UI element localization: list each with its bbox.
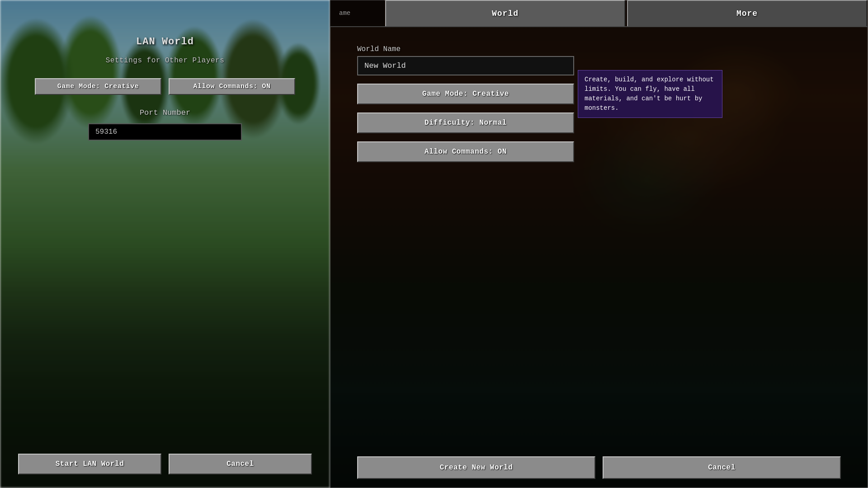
tab-world-label: World bbox=[492, 9, 519, 18]
world-name-field: World Name bbox=[357, 45, 841, 75]
world-name-label: World Name bbox=[357, 45, 841, 53]
difficulty-wrapper: Difficulty: Normal bbox=[357, 113, 574, 133]
game-mode-button[interactable]: Game Mode: Creative bbox=[35, 78, 161, 95]
tab-spacer: ame bbox=[330, 0, 384, 26]
settings-subtitle: Settings for Other Players bbox=[106, 56, 225, 65]
port-input[interactable] bbox=[88, 123, 242, 141]
world-name-input[interactable] bbox=[357, 56, 574, 75]
tab-world[interactable]: World bbox=[385, 0, 625, 26]
tabs-bar: ame World More bbox=[330, 0, 868, 27]
tab-game-partial: ame bbox=[339, 9, 350, 17]
tab-more[interactable]: More bbox=[627, 0, 867, 26]
start-lan-world-button[interactable]: Start LAN World bbox=[18, 454, 161, 474]
game-mode-wrapper: Game Mode: Creative Create, build, and e… bbox=[357, 84, 574, 104]
allow-commands-button[interactable]: Allow Commands: ON bbox=[169, 78, 295, 95]
port-label: Port Number bbox=[140, 108, 190, 117]
tooltip-text: Create, build, and explore without limit… bbox=[585, 76, 714, 112]
create-world-button[interactable]: Create New World bbox=[357, 456, 595, 479]
left-panel: LAN World Settings for Other Players Gam… bbox=[0, 0, 330, 488]
tab-more-label: More bbox=[736, 9, 758, 18]
right-content: ame World More World Name Game Mode: Cre… bbox=[330, 0, 868, 488]
world-form: World Name Game Mode: Creative Create, b… bbox=[330, 27, 868, 447]
game-mode-tooltip: Create, build, and explore without limit… bbox=[578, 70, 722, 118]
right-panel: ame World More World Name Game Mode: Cre… bbox=[330, 0, 868, 488]
right-bottom-buttons: Create New World Cancel bbox=[330, 447, 868, 488]
difficulty-button[interactable]: Difficulty: Normal bbox=[357, 113, 574, 133]
allow-commands-wrapper: Allow Commands: ON bbox=[357, 141, 574, 162]
left-cancel-button[interactable]: Cancel bbox=[169, 454, 312, 474]
game-settings-row: Game Mode: Creative Allow Commands: ON bbox=[18, 78, 312, 95]
lan-world-title: LAN World bbox=[136, 36, 194, 47]
right-allow-commands-button[interactable]: Allow Commands: ON bbox=[357, 141, 574, 162]
right-cancel-button[interactable]: Cancel bbox=[603, 456, 841, 479]
right-game-mode-button[interactable]: Game Mode: Creative bbox=[357, 84, 574, 104]
left-content: LAN World Settings for Other Players Gam… bbox=[0, 36, 330, 168]
left-bottom-buttons: Start LAN World Cancel bbox=[0, 454, 330, 474]
